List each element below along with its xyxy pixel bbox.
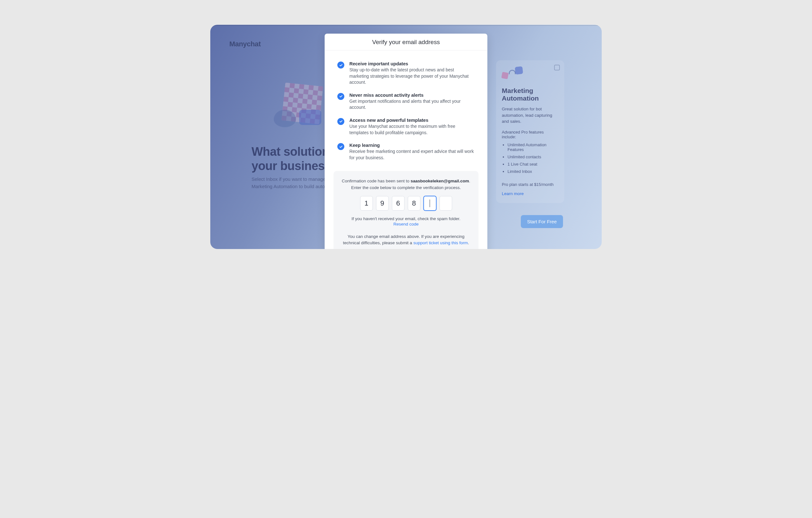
benefit-text: Get important notifications and alerts t… <box>350 98 475 111</box>
spam-folder-hint: If you haven't received your email, chec… <box>341 216 471 221</box>
check-icon <box>338 118 345 125</box>
benefit-text: Stay up-to-date with the latest product … <box>350 67 475 86</box>
support-text: You can change email address above. If y… <box>341 233 471 247</box>
support-ticket-link[interactable]: support ticket using this form <box>413 240 468 245</box>
resend-code-link[interactable]: Resend code <box>341 222 471 227</box>
verify-email-modal: Verify your email address Receive import… <box>325 34 488 249</box>
modal-title: Verify your email address <box>325 34 488 51</box>
benefit-text: Use your Manychat account to the maximum… <box>350 123 475 136</box>
benefit-item: Never miss account activity alerts Get i… <box>338 93 475 111</box>
benefit-text: Receive free marketing content and exper… <box>350 148 475 161</box>
benefit-item: Receive important updates Stay up-to-dat… <box>338 61 475 86</box>
code-digit-input[interactable]: 9 <box>376 196 388 211</box>
check-icon <box>338 93 345 100</box>
code-digit-input[interactable]: 1 <box>360 196 373 211</box>
code-digit-input[interactable]: 6 <box>392 196 404 211</box>
code-digit-input[interactable]: 8 <box>408 196 420 211</box>
benefit-item: Keep learning Receive free marketing con… <box>338 143 475 161</box>
benefit-title: Keep learning <box>350 143 475 148</box>
benefits-list: Receive important updates Stay up-to-dat… <box>325 51 488 171</box>
app-window: Manychat What solution your business Sel… <box>210 25 602 249</box>
code-input-row: 1968 <box>341 196 471 211</box>
benefit-title: Access new and powerful templates <box>350 118 475 123</box>
check-icon <box>338 61 345 68</box>
confirmation-panel: Confirmation code has been sent to saasb… <box>334 171 478 249</box>
code-digit-input[interactable] <box>439 196 452 211</box>
benefit-title: Receive important updates <box>350 61 475 66</box>
benefit-item: Access new and powerful templates Use yo… <box>338 118 475 136</box>
check-icon <box>338 143 345 150</box>
benefit-title: Never miss account activity alerts <box>350 93 475 98</box>
confirmation-sent-text: Confirmation code has been sent to saasb… <box>341 178 471 191</box>
code-digit-input[interactable] <box>424 196 436 211</box>
